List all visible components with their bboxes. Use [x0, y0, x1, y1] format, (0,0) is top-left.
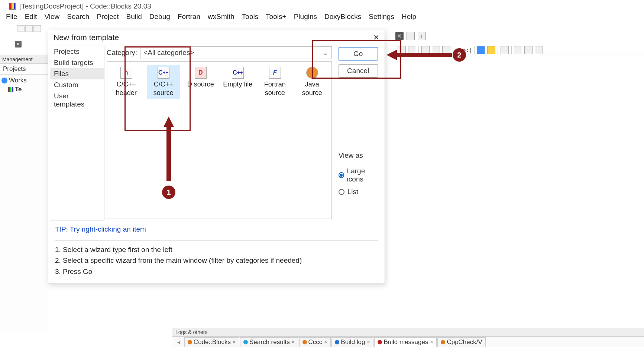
dialog-steps: 1. Select a wizard type first on the lef… [55, 244, 378, 277]
management-tab-projects[interactable]: Projects [0, 64, 48, 75]
logs-panel: Logs & others ◄ Code::Blocks× Search res… [172, 328, 644, 347]
radio-icon [339, 172, 344, 178]
tb-icon-2[interactable] [408, 46, 416, 54]
wizard-type-user-templates[interactable]: User templates [50, 91, 104, 110]
menu-toolsplus[interactable]: Tools+ [266, 13, 286, 21]
tb-icon-1[interactable] [398, 46, 406, 54]
menu-build[interactable]: Build [126, 13, 142, 21]
save-icon[interactable] [33, 25, 41, 32]
template-c-header[interactable]: h C/C++ header [110, 65, 143, 99]
file-h-icon: h [120, 67, 132, 79]
template-grid: h C/C++ header C++ C/C++ source D D sour… [107, 61, 332, 219]
separator [498, 46, 498, 54]
menu-view[interactable]: View [44, 13, 59, 21]
separator [511, 46, 512, 54]
step-1: 1. Select a wizard type first on the lef… [55, 244, 378, 255]
wrench-icon[interactable] [501, 46, 509, 54]
menubar: File Edit View Search Project Build Debu… [0, 11, 644, 23]
file-java-icon [306, 67, 318, 79]
radio-label: Large icons [347, 167, 380, 183]
view-as-large-icons[interactable]: Large icons [339, 165, 380, 186]
file-cpp-icon: C++ [158, 67, 169, 79]
globe-icon[interactable] [477, 46, 485, 54]
close-icon[interactable]: × [291, 338, 295, 346]
project-label: Te [15, 86, 22, 93]
go-button[interactable]: Go [339, 47, 378, 60]
nav-back-icon[interactable] [514, 46, 522, 54]
dialog-title: New from template [54, 33, 119, 42]
dialog-footer: TIP: Try right-clicking an item 1. Selec… [48, 220, 385, 284]
template-label: Empty file [222, 80, 253, 89]
tabstrip-scroll-left[interactable]: ◄ [174, 339, 184, 345]
separator [418, 46, 419, 54]
template-java-source[interactable]: Java source [296, 65, 329, 99]
menu-wxsmith[interactable]: wxSmith [208, 13, 234, 21]
tb-icon-4[interactable] [432, 46, 440, 54]
wizard-type-build-targets[interactable]: Build targets [50, 57, 104, 68]
log-tab-search-results[interactable]: Search results× [240, 337, 298, 347]
dialog-close-button[interactable]: ✕ [373, 33, 379, 42]
dialog-titlebar: New from template ✕ [48, 30, 385, 46]
nav-forward-icon[interactable] [535, 46, 543, 54]
window-title: [TestingDocsProject] - Code::Blocks 20.0… [19, 2, 151, 10]
log-tab-codeblocks[interactable]: Code::Blocks× [184, 337, 239, 347]
separator [474, 46, 475, 54]
new-from-template-dialog: New from template ✕ Projects Build targe… [48, 30, 385, 284]
home-icon [1, 78, 7, 84]
menu-help[interactable]: Help [402, 13, 416, 21]
menu-fortran[interactable]: Fortran [178, 13, 200, 21]
view-as-list[interactable]: List [339, 186, 380, 198]
help-icon[interactable] [487, 46, 495, 54]
template-c-source[interactable]: C++ C/C++ source [147, 65, 180, 99]
menu-settings[interactable]: Settings [369, 13, 394, 21]
wizard-type-custom[interactable]: Custom [50, 79, 104, 91]
menu-tools[interactable]: Tools [242, 13, 258, 21]
menu-file[interactable]: File [6, 13, 17, 21]
tb-icon-5[interactable] [442, 46, 450, 54]
log-tab-cppcheck[interactable]: CppCheck/V [437, 337, 485, 347]
template-fortran-source[interactable]: F Fortran source [259, 65, 291, 99]
tab-close-icon[interactable]: ✕ [15, 41, 22, 48]
template-d-source[interactable]: D D source [184, 65, 217, 91]
new-file-icon[interactable] [17, 25, 25, 32]
info-icon[interactable]: i [418, 32, 426, 40]
close-icon[interactable]: × [430, 338, 433, 346]
close-icon[interactable]: × [367, 338, 370, 346]
wizard-type-projects[interactable]: Projects [50, 46, 104, 57]
menu-project[interactable]: Project [97, 13, 119, 21]
log-tab-build-messages[interactable]: Build messages× [374, 337, 437, 347]
wizard-type-files[interactable]: Files [50, 68, 104, 79]
file-d-icon: D [195, 67, 207, 79]
log-tab-build-log[interactable]: Build log× [331, 337, 373, 347]
close-icon[interactable]: × [324, 338, 327, 346]
file-empty-icon: C++ [232, 67, 244, 79]
management-title: Management [0, 55, 48, 64]
record-icon[interactable] [524, 46, 533, 54]
cancel-button[interactable]: Cancel [339, 64, 378, 78]
tree-workspace[interactable]: Works [1, 77, 46, 84]
project-tree: Works Te [0, 75, 48, 95]
log-tab-cccc[interactable]: Cccc× [299, 337, 331, 347]
template-label: C/C++ source [148, 80, 179, 97]
menu-search[interactable]: Search [67, 13, 89, 21]
app-icon [9, 3, 16, 10]
step-2: 2. Select a specific wizard from the mai… [55, 255, 378, 266]
template-empty-file[interactable]: C++ Empty file [221, 65, 254, 91]
close-tab-icon[interactable]: ✕ [395, 32, 404, 40]
menu-debug[interactable]: Debug [149, 13, 170, 21]
category-dropdown[interactable]: <All categories> ⌄ [140, 46, 332, 59]
template-label: Java source [297, 80, 328, 97]
menu-plugins[interactable]: Plugins [294, 13, 317, 21]
separator [453, 46, 453, 54]
radio-label: List [347, 188, 359, 196]
menu-doxyblocks[interactable]: DoxyBlocks [324, 13, 361, 21]
toolbar-icon-a[interactable] [407, 32, 415, 40]
tb-icon-3[interactable] [421, 46, 430, 54]
tree-project[interactable]: Te [8, 86, 46, 93]
project-icon [8, 87, 13, 92]
template-label: D source [185, 80, 216, 89]
close-icon[interactable]: × [232, 338, 236, 346]
view-as-group: View as Large icons List [339, 151, 380, 198]
menu-edit[interactable]: Edit [25, 13, 37, 21]
open-file-icon[interactable] [25, 25, 33, 32]
